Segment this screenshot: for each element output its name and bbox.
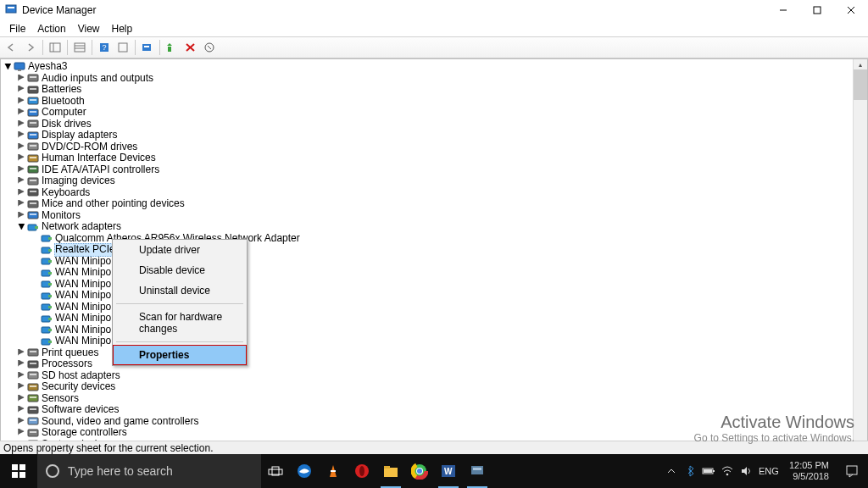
tray-overflow-icon[interactable] xyxy=(662,454,681,488)
expand-arrow-icon[interactable]: ⯈ xyxy=(16,405,26,415)
menu-item-properties[interactable]: Properties xyxy=(113,345,247,365)
tree-row[interactable]: ⯈Sound, video and game controllers xyxy=(3,416,867,428)
tree-row[interactable]: ⯆Network adapters xyxy=(3,221,867,233)
svg-rect-97 xyxy=(331,470,336,472)
expand-arrow-icon[interactable]: ⯈ xyxy=(16,382,26,392)
menu-item-uninstall-device[interactable]: Uninstall device xyxy=(113,280,247,301)
device-icon xyxy=(26,358,39,369)
device-icon xyxy=(26,416,39,427)
taskbar-search[interactable]: Type here to search xyxy=(37,454,261,488)
tree-label: Monitors xyxy=(42,210,81,222)
expand-arrow-icon[interactable]: ⯈ xyxy=(16,428,26,438)
scroll-up-arrow[interactable]: ▴ xyxy=(854,59,867,69)
update-driver-button[interactable] xyxy=(164,39,181,56)
expand-arrow-icon[interactable]: ⯈ xyxy=(16,210,26,220)
uninstall-button[interactable] xyxy=(182,39,199,56)
tree-row[interactable]: ⯈IDE ATA/ATAPI controllers xyxy=(3,164,867,176)
tree-row[interactable]: ⯈Storage controllers xyxy=(3,427,867,439)
expand-arrow-icon[interactable]: ⯈ xyxy=(16,359,26,369)
tree-row[interactable]: ⯈Monitors xyxy=(3,210,867,222)
nav-back-button[interactable] xyxy=(3,39,20,56)
action-center-button[interactable] xyxy=(836,454,868,488)
tree-row[interactable]: ⯈Sensors xyxy=(3,393,867,405)
menu-item-scan-hardware[interactable]: Scan for hardware changes xyxy=(113,307,247,339)
svg-rect-59 xyxy=(48,283,52,286)
tree-row[interactable]: ⯈Audio inputs and outputs xyxy=(3,73,867,85)
expand-arrow-icon[interactable]: ⯈ xyxy=(16,199,26,209)
expand-arrow-icon[interactable]: ⯈ xyxy=(16,416,26,426)
help-button[interactable]: ? xyxy=(96,39,113,56)
expand-arrow-icon[interactable]: ⯈ xyxy=(16,393,26,403)
tree-row[interactable]: ⯈Bluetooth xyxy=(3,96,867,108)
close-button[interactable] xyxy=(834,0,868,20)
expand-arrow-icon[interactable]: ⯈ xyxy=(16,96,26,106)
tree-row[interactable]: ⯈Batteries xyxy=(3,84,867,96)
expand-arrow-icon[interactable]: ⯈ xyxy=(16,119,26,129)
expand-arrow-icon[interactable]: ⯈ xyxy=(16,73,26,83)
taskbar-app-word[interactable]: W xyxy=(434,454,463,488)
svg-rect-3 xyxy=(814,7,821,14)
tree-row[interactable]: ⯈DVD/CD-ROM drives xyxy=(3,141,867,153)
taskbar-app-explorer[interactable] xyxy=(376,454,405,488)
menu-item-disable-device[interactable]: Disable device xyxy=(113,260,247,280)
expand-arrow-icon[interactable]: ⯈ xyxy=(16,108,26,118)
scroll-thumb[interactable] xyxy=(854,69,867,100)
tree-row[interactable]: ⯈Mice and other pointing devices xyxy=(3,198,867,210)
network-adapter-icon xyxy=(40,324,53,336)
taskbar-app-opera[interactable] xyxy=(348,454,376,488)
expand-arrow-icon[interactable]: ⯈ xyxy=(16,85,26,95)
tree-row[interactable]: ⯈Software devices xyxy=(3,404,867,416)
expand-arrow-icon[interactable]: ⯈ xyxy=(16,347,26,358)
scan-hardware-button[interactable] xyxy=(139,39,156,56)
show-hide-tree-button[interactable] xyxy=(47,39,64,56)
expand-arrow-icon[interactable]: ⯈ xyxy=(16,176,26,186)
tree-row[interactable]: ⯈Security devices xyxy=(3,381,867,393)
expand-arrow-icon[interactable]: ⯈ xyxy=(16,141,26,152)
tree-row[interactable]: ⯆Ayesha3 xyxy=(3,61,867,73)
tree-row[interactable]: ⯈SD host adapters xyxy=(3,370,867,382)
menu-view[interactable]: View xyxy=(72,21,106,36)
menu-action[interactable]: Action xyxy=(31,21,71,36)
menu-item-update-driver[interactable]: Update driver xyxy=(113,240,247,260)
taskbar-app-devmgr[interactable] xyxy=(463,454,492,488)
menu-help[interactable]: Help xyxy=(106,21,139,36)
vertical-scrollbar[interactable]: ▴ ▾ xyxy=(853,59,867,453)
tree-row[interactable]: ⯈Imaging devices xyxy=(3,175,867,187)
maximize-button[interactable] xyxy=(800,0,834,20)
svg-point-114 xyxy=(726,474,729,476)
tree-row[interactable]: ⯈Computer xyxy=(3,107,867,119)
tray-wifi-icon[interactable] xyxy=(718,454,737,488)
tree-row[interactable]: ⯈Keyboards xyxy=(3,187,867,199)
device-icon xyxy=(26,210,39,221)
expand-arrow-icon[interactable]: ⯈ xyxy=(16,153,26,164)
collapse-arrow-icon[interactable]: ⯆ xyxy=(3,62,13,72)
start-button[interactable] xyxy=(0,454,37,488)
menu-file[interactable]: File xyxy=(3,21,31,36)
task-view-button[interactable] xyxy=(261,454,290,488)
expand-arrow-icon[interactable]: ⯈ xyxy=(16,130,26,141)
tree-row[interactable]: ⯈Human Interface Devices xyxy=(3,152,867,164)
tray-volume-icon[interactable] xyxy=(737,454,755,488)
tree-row[interactable]: ⯈Display adapters xyxy=(3,130,867,141)
toolbar-icon[interactable] xyxy=(114,39,131,56)
tray-clock[interactable]: 12:05 PM 9/5/2018 xyxy=(782,460,836,482)
expand-arrow-icon[interactable]: ⯈ xyxy=(16,187,26,197)
toolbar-details-button[interactable] xyxy=(71,39,88,56)
tray-language[interactable]: ENG xyxy=(755,454,782,488)
taskbar-app-vlc[interactable] xyxy=(319,454,348,488)
expand-arrow-icon[interactable]: ⯈ xyxy=(16,370,26,380)
expand-arrow-icon[interactable]: ⯈ xyxy=(16,164,26,175)
tree-label: IDE ATA/ATAPI controllers xyxy=(42,164,159,176)
nav-forward-button[interactable] xyxy=(22,39,39,56)
menu-separator xyxy=(116,303,243,304)
disable-button[interactable] xyxy=(201,39,218,56)
collapse-arrow-icon[interactable]: ⯆ xyxy=(16,222,26,232)
taskbar-app-edge[interactable] xyxy=(290,454,319,488)
toolbar-separator xyxy=(92,40,92,55)
taskbar-app-chrome[interactable] xyxy=(405,454,434,488)
tray-bluetooth-icon[interactable] xyxy=(681,454,699,488)
tray-battery-icon[interactable] xyxy=(699,454,718,488)
minimize-button[interactable] xyxy=(766,0,800,20)
svg-rect-8 xyxy=(75,43,85,52)
tree-row[interactable]: ⯈Disk drives xyxy=(3,119,867,130)
